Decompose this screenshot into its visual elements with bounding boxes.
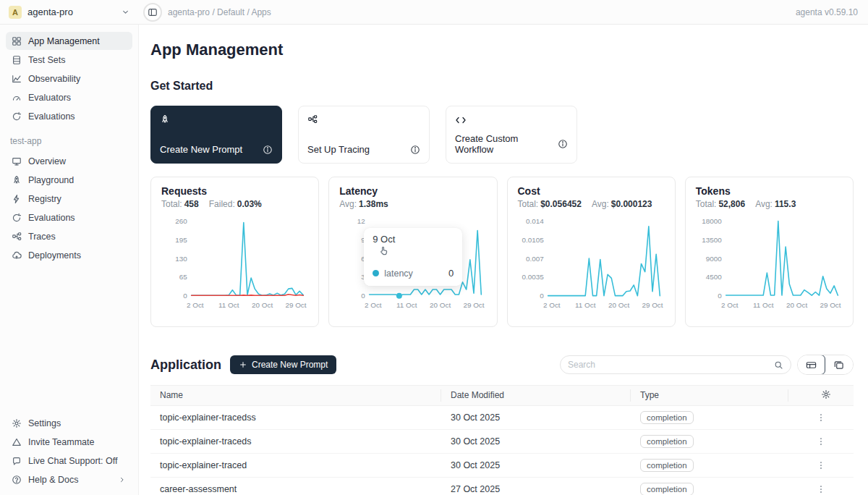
sidebar-item-label: Live Chat Support: Off — [28, 456, 117, 466]
row-menu-button[interactable] — [788, 460, 854, 470]
tokens-chart: 04500900013500180002 Oct11 Oct20 Oct29 O… — [696, 213, 843, 322]
metric-card-title: Requests — [161, 185, 308, 197]
top-bar: A agenta-pro agenta-pro / Default / Apps… — [0, 0, 868, 25]
page-title: App Management — [150, 41, 854, 59]
gear-icon — [12, 418, 22, 428]
svg-text:11 Oct: 11 Oct — [218, 301, 239, 309]
sidebar-main-nav: App Management Test Sets Observability E… — [6, 32, 132, 125]
create-new-prompt-button[interactable]: Create New Prompt — [230, 355, 336, 374]
metric-card-tokens: Tokens Total:52,806Avg:115.3 04500900013… — [685, 177, 854, 327]
evaluations-icon — [12, 111, 22, 122]
plus-icon — [239, 360, 247, 369]
sidebar-item-observability[interactable]: Observability — [6, 69, 132, 88]
sidebar-item-label: Evaluations — [28, 213, 75, 223]
metric-card-stats: Total:52,806Avg:115.3 — [696, 199, 843, 209]
observability-icon — [12, 74, 22, 84]
sidebar-item-settings[interactable]: Settings — [6, 414, 132, 432]
sidebar-item-evaluations[interactable]: Evaluations — [6, 208, 132, 227]
sidebar-item-app-management[interactable]: App Management — [6, 32, 132, 50]
sidebar-item-evaluations[interactable]: Evaluations — [6, 107, 132, 125]
svg-text:0: 0 — [540, 292, 544, 300]
svg-text:260: 260 — [175, 217, 187, 225]
table-row[interactable]: career-assessment 27 Oct 2025 completion — [150, 478, 854, 495]
sidebar-item-playground[interactable]: Playground — [6, 171, 132, 189]
get-started-card-set-up-tracing[interactable]: Set Up Tracing — [298, 106, 430, 164]
svg-text:20 Oct: 20 Oct — [252, 301, 273, 309]
svg-text:0.014: 0.014 — [525, 217, 543, 225]
svg-text:20 Oct: 20 Oct — [786, 301, 807, 309]
svg-text:18000: 18000 — [702, 217, 722, 225]
column-header-name[interactable]: Name — [150, 389, 441, 402]
info-icon[interactable] — [263, 145, 273, 155]
metric-card-requests: Requests Total:458Failed:0.03% 065130195… — [150, 177, 319, 327]
row-menu-button[interactable] — [788, 436, 854, 447]
collapse-panel-icon — [148, 7, 158, 17]
svg-text:0.0105: 0.0105 — [522, 236, 544, 244]
svg-text:0: 0 — [183, 292, 187, 300]
sidebar-item-traces[interactable]: Traces — [6, 227, 132, 245]
svg-text:11 Oct: 11 Oct — [753, 301, 774, 309]
column-header-type[interactable]: Type — [631, 389, 788, 402]
sidebar-item-label: Deployments — [28, 250, 81, 261]
help-icon — [12, 475, 22, 485]
info-icon[interactable] — [410, 145, 420, 155]
table-row[interactable]: topic-explainer-traceds 30 Oct 2025 comp… — [150, 430, 854, 454]
sidebar-item-deployments[interactable]: Deployments — [6, 246, 132, 264]
svg-text:2 Oct: 2 Oct — [542, 301, 560, 309]
sidebar-collapse-button[interactable] — [143, 3, 162, 22]
get-started-card-label: Create New Prompt — [160, 144, 242, 155]
evaluations-icon — [12, 213, 22, 223]
table-row[interactable]: topic-explainer-tracedss 30 Oct 2025 com… — [150, 406, 854, 430]
sidebar-item-label: Settings — [28, 418, 61, 428]
sidebar-item-label: Evaluators — [28, 93, 71, 103]
workspace-selector[interactable]: A agenta-pro — [0, 0, 139, 24]
rocket-icon — [12, 175, 22, 185]
sidebar-item-live-chat-support-off[interactable]: Live Chat Support: Off — [6, 452, 132, 470]
sidebar-item-registry[interactable]: Registry — [6, 190, 132, 208]
metric-card-latency: Latency Avg:1.38ms 0369122 Oct11 Oct20 O… — [328, 177, 497, 327]
column-header-date-modified[interactable]: Date Modified — [441, 389, 631, 402]
row-menu-button[interactable] — [788, 484, 854, 494]
sidebar-item-label: App Management — [28, 36, 100, 46]
tooltip-value: 0 — [448, 268, 454, 279]
svg-text:29 Oct: 29 Oct — [285, 301, 306, 309]
requests-chart: 0651301952602 Oct11 Oct20 Oct29 Oct — [161, 213, 308, 322]
metric-card-stats: Avg:1.38ms — [339, 199, 486, 209]
sidebar-item-help-docs[interactable]: Help & Docs — [6, 470, 132, 488]
sidebar-item-test-sets[interactable]: Test Sets — [6, 51, 132, 69]
svg-text:29 Oct: 29 Oct — [820, 301, 841, 309]
version-label: agenta v0.59.10 — [796, 7, 868, 17]
metric-cards: Requests Total:458Failed:0.03% 065130195… — [150, 177, 854, 327]
svg-text:2 Oct: 2 Oct — [187, 301, 204, 309]
table-settings-button[interactable] — [788, 389, 854, 402]
svg-text:13500: 13500 — [702, 236, 722, 244]
table-view-button[interactable] — [797, 355, 825, 375]
sidebar-item-label: Playground — [28, 175, 74, 185]
svg-text:0.007: 0.007 — [525, 255, 543, 263]
get-started-card-create-custom-workflow[interactable]: Create Custom Workflow — [446, 106, 577, 164]
svg-text:65: 65 — [179, 273, 188, 281]
card-view-button[interactable] — [825, 355, 853, 374]
cost-chart: 00.00350.0070.01050.0142 Oct11 Oct20 Oct… — [518, 213, 665, 322]
dots-vertical-icon — [816, 412, 826, 423]
sidebar-item-overview[interactable]: Overview — [6, 152, 132, 170]
dots-vertical-icon — [816, 460, 826, 470]
row-menu-button[interactable] — [788, 412, 854, 423]
sidebar-item-label: Invite Teammate — [28, 437, 94, 447]
app-name: career-assessment — [150, 484, 441, 494]
sidebar-item-label: Registry — [28, 194, 61, 204]
svg-text:0: 0 — [718, 292, 722, 300]
chevron-right-icon — [118, 475, 127, 484]
sidebar-item-invite-teammate[interactable]: Invite Teammate — [6, 433, 132, 451]
tree-icon — [307, 114, 420, 124]
svg-text:20 Oct: 20 Oct — [430, 301, 451, 309]
table-row[interactable]: topic-explainer-traced 30 Oct 2025 compl… — [150, 454, 854, 478]
get-started-card-label: Set Up Tracing — [307, 144, 370, 155]
search-input[interactable] — [568, 360, 774, 370]
info-icon[interactable] — [558, 139, 568, 149]
legend-dot — [373, 270, 379, 276]
sidebar-item-evaluators[interactable]: Evaluators — [6, 88, 132, 106]
get-started-card-create-new-prompt[interactable]: Create New Prompt — [150, 106, 282, 164]
sidebar-item-label: Traces — [28, 232, 56, 242]
get-started-cards: Create New Prompt Set Up Tracing Create … — [150, 106, 854, 164]
